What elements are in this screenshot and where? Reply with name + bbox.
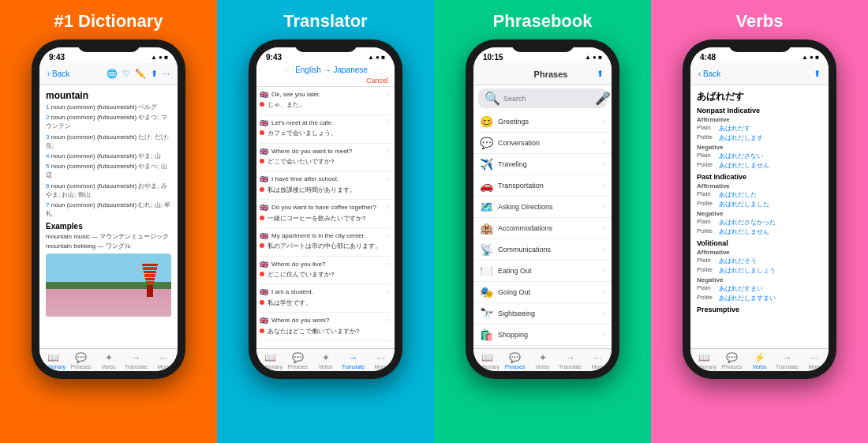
panel-title-phrasebook: Phrasebook xyxy=(493,11,593,32)
verb-row-polite-vol-aff: Polite あばれだしましょう xyxy=(697,266,822,275)
back-button-verbs[interactable]: ‹ Back xyxy=(698,69,720,78)
tab-translate-3[interactable]: → Translate xyxy=(556,352,584,370)
status-icons-2: ▲ ● ■ xyxy=(368,54,385,61)
example-1: mountain music — マウンテンミュージック xyxy=(46,232,171,241)
flag-uk-3: 🇬🇧 xyxy=(260,148,268,156)
dict-entry-1: 1 noun (common) (futsuumeishi) ベルグ xyxy=(46,103,171,111)
search-bar-phrases[interactable]: 🔍 🎤 xyxy=(478,88,607,108)
tab-dict-2[interactable]: 📖 Dictionary xyxy=(256,352,284,370)
tab-verbs-4[interactable]: ⚡ Verbs xyxy=(746,352,773,370)
phone-translator: 9:43 ▲ ● ■ ☆ English → Japanese Cancel 🇬… xyxy=(249,39,402,379)
flag-uk-1: 🇬🇧 xyxy=(260,91,268,99)
panel-verbs: Verbs 4:48 ▲ ● ■ ‹ Back ⬆ あばれだす Nonpast … xyxy=(651,0,868,443)
dict-entry-3: 3 noun (common) (futsuumeishi) たけ; だけ; 岳… xyxy=(46,133,171,150)
more-icon[interactable]: ··· xyxy=(163,69,170,79)
back-button-dict[interactable]: ‹ Back xyxy=(47,69,69,78)
star-icon-trans[interactable]: ☆ xyxy=(283,66,290,74)
phone-verbs: 4:48 ▲ ● ■ ‹ Back ⬆ あばれだす Nonpast Indica… xyxy=(683,39,836,379)
tab-phrases[interactable]: 💬 Phrases xyxy=(67,352,95,370)
share-icon-phrases[interactable]: ⬆ xyxy=(597,69,604,79)
search-input-phrases[interactable] xyxy=(503,95,592,103)
dict-entry-2: 2 noun (common) (futsuumeishi) やまつ; マウンテ… xyxy=(46,113,171,130)
phrase-item-greetings[interactable]: 😊 Greetings › xyxy=(473,111,612,133)
panel-title-verbs: Verbs xyxy=(736,11,784,32)
mic-icon[interactable]: 🎤 xyxy=(595,91,611,106)
phrase-item-sightseeing[interactable]: 🔭 Sightseeing › xyxy=(473,303,612,325)
verb-section-volitional: Volitional xyxy=(697,239,822,247)
share-icon[interactable]: ⬆ xyxy=(151,69,158,79)
dict-entry-6: 6 noun (common) (futsuumeishi) おやま; みやま;… xyxy=(46,182,171,199)
trans-pair-6: 🇬🇧 My apartment is in the city center. ☆… xyxy=(260,232,391,257)
trans-en-7: 🇬🇧 Where do you live? ☆ xyxy=(260,261,391,268)
tab-phrases-3[interactable]: 💬 Phrases xyxy=(501,352,529,370)
verbs-content: あばれだす Nonpast Indicative Affirmative Pla… xyxy=(690,85,829,348)
tab-dict-4[interactable]: 📖 Dictionary xyxy=(690,352,718,370)
trans-en-2: 🇬🇧 Let's meet at the cafe. ☆ xyxy=(260,119,391,127)
phrase-item-going-out[interactable]: 🎭 Going Out › xyxy=(473,282,612,303)
time-3: 10:15 xyxy=(483,53,503,62)
phrase-item-traveling[interactable]: ✈️ Traveling › xyxy=(473,154,612,175)
verb-row-polite-nonpast-aff: Polite あばれだします xyxy=(697,133,822,142)
phrase-item-eating[interactable]: 🍽️ Eating Out › xyxy=(473,261,612,282)
mountain-image xyxy=(46,253,171,317)
phrase-list: 😊 Greetings › 💬 Conversation › ✈️ Travel… xyxy=(473,111,612,348)
trans-jp-5: 一緒にコーヒーを飲みたいですか? xyxy=(260,215,391,223)
phrase-item-communications[interactable]: 📡 Communications › xyxy=(473,239,612,261)
tab-more-3[interactable]: ··· More xyxy=(584,352,612,370)
tab-phrases-4[interactable]: 💬 Phrases xyxy=(718,352,746,370)
phrase-item-conversation[interactable]: 💬 Conversation › xyxy=(473,133,612,154)
status-icons-3: ▲ ● ■ xyxy=(585,54,602,61)
flag-uk-7: 🇬🇧 xyxy=(260,261,268,268)
tab-dict-3[interactable]: 📖 Dictionary xyxy=(473,352,501,370)
pencil-icon[interactable]: ✏️ xyxy=(135,69,146,79)
examples-title: Examples xyxy=(46,222,171,231)
screen-phrasebook: 10:15 ▲ ● ■ Phrases ⬆ 🔍 🎤 😊 Greetings › xyxy=(473,47,612,371)
panel-phrasebook: Phrasebook 10:15 ▲ ● ■ Phrases ⬆ 🔍 🎤 😊 G xyxy=(434,0,651,443)
tab-translate-4[interactable]: → Translate xyxy=(773,352,801,370)
tab-translate-2[interactable]: → Translate xyxy=(339,352,367,370)
verb-row-polite-vol-neg: Polite あばれだしますまい xyxy=(697,294,822,302)
verb-title: あばれだす xyxy=(697,90,822,103)
tab-translate[interactable]: → Translate xyxy=(122,352,150,370)
phrase-item-accommodations[interactable]: 🏨 Accommodations › xyxy=(473,218,612,239)
verb-row-plain-nonpast-neg: Plain あばれださない xyxy=(697,152,822,160)
nav-bar-phrases: Phrases ⬆ xyxy=(473,63,612,85)
tab-more[interactable]: ··· More xyxy=(150,352,178,370)
dict-entry-5: 5 noun (common) (futsuumeishi) やまべ; 山辺 xyxy=(46,162,171,179)
heart-icon[interactable]: ♡ xyxy=(122,69,130,79)
panel-translator: Translator 9:43 ▲ ● ■ ☆ English → Japane… xyxy=(217,0,434,443)
trans-pair-7: 🇬🇧 Where do you live? ☆ どこに住んでいますか? xyxy=(260,261,391,285)
verb-row-polite-past-aff: Polite あばれだしました xyxy=(697,200,822,208)
verb-section-nonpast: Nonpast Indicative xyxy=(697,107,822,115)
tab-more-icon: ··· xyxy=(159,352,167,363)
phrase-item-directions[interactable]: 🗺️ Asking Directions › xyxy=(473,197,612,218)
trans-en-5: 🇬🇧 Do you want to have coffee together? … xyxy=(260,204,391,212)
tab-verbs-3[interactable]: ✦ Verbs xyxy=(529,352,556,370)
tab-more-4[interactable]: ··· More xyxy=(801,352,829,370)
dict-content: mountain 1 noun (common) (futsuumeishi) … xyxy=(39,85,178,348)
tab-verbs[interactable]: ✦ Verbs xyxy=(95,352,122,370)
nav-bar-verbs: ‹ Back ⬆ xyxy=(690,63,829,85)
tab-bar-trans: 📖 Dictionary 💬 Phrases ✦ Verbs → Transla… xyxy=(256,348,395,371)
tab-verbs-2[interactable]: ✦ Verbs xyxy=(312,352,339,370)
trans-pair-2: 🇬🇧 Let's meet at the cafe. ☆ カフェで会いましょう。 xyxy=(260,119,391,144)
phrase-item-shopping[interactable]: 🛍️ Shopping › xyxy=(473,325,612,346)
trans-jp-3: どこで会いたいですか? xyxy=(260,158,391,166)
dict-entry-7: 7 noun (common) (futsuumeishi) むれ; 山; 牟礼 xyxy=(46,201,171,218)
share-icon-verbs[interactable]: ⬆ xyxy=(814,69,821,79)
notch-1 xyxy=(77,39,140,52)
trans-jp-6: 私のアパートは市の中心部にあります。 xyxy=(260,242,391,250)
phrases-screen-title: Phrases xyxy=(534,69,568,79)
globe-icon[interactable]: 🌐 xyxy=(107,69,118,79)
phrase-item-transportation[interactable]: 🚗 Transportation › xyxy=(473,175,612,197)
verb-row-polite-nonpast-neg: Polite あばれだしません xyxy=(697,161,822,170)
cancel-button[interactable]: Cancel xyxy=(256,77,395,86)
tab-dictionary[interactable]: 📖 Dictionary xyxy=(39,352,67,370)
tab-phrases-label: Phrases xyxy=(71,364,92,370)
tab-more-2[interactable]: ··· More xyxy=(367,352,395,370)
tab-phrases-2[interactable]: 💬 Phrases xyxy=(284,352,312,370)
screen-translator: 9:43 ▲ ● ■ ☆ English → Japanese Cancel 🇬… xyxy=(256,47,395,371)
nav-bar-dict: ‹ Back 🌐 ♡ ✏️ ⬆ ··· xyxy=(39,63,178,85)
trans-jp-8: 私は学生です。 xyxy=(260,299,391,307)
trans-en-4: 🇬🇧 I have time after school. ☆ xyxy=(260,175,391,183)
